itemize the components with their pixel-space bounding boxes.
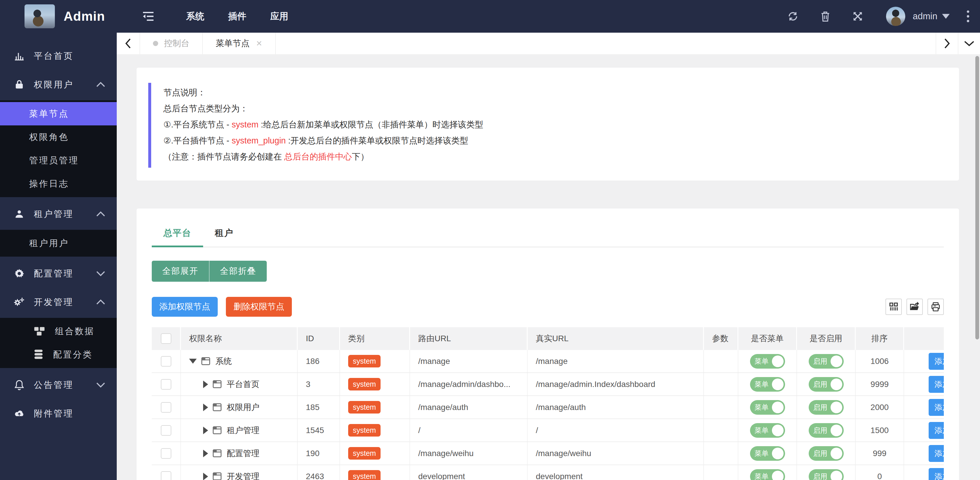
- toggle-knob: [772, 470, 784, 480]
- add-node-button[interactable]: 添加权限节点: [152, 297, 218, 317]
- notice-line-1: 节点说明：: [164, 85, 945, 101]
- is-menu-toggle[interactable]: 菜单: [750, 354, 785, 369]
- panel-tab-main-platform[interactable]: 总平台: [152, 222, 203, 247]
- username-label[interactable]: admin: [913, 11, 937, 22]
- panel-tab-tenant[interactable]: 租户: [203, 222, 245, 247]
- is-menu-toggle[interactable]: 菜单: [750, 400, 785, 415]
- type-cell: system: [340, 396, 410, 418]
- row-checkbox[interactable]: [161, 402, 171, 413]
- is-enabled-toggle[interactable]: 启用: [809, 469, 844, 480]
- is-enabled-toggle[interactable]: 启用: [809, 423, 844, 438]
- sidebar-item-auth-user[interactable]: 权限用户: [0, 73, 117, 96]
- tree-expand-icon[interactable]: [203, 473, 208, 480]
- tree-expand-icon[interactable]: [203, 450, 208, 457]
- app-logo: [24, 5, 55, 28]
- sidebar-item-admin-manage[interactable]: 管理员管理: [0, 149, 117, 172]
- add-child-button[interactable]: 添加下级: [929, 468, 944, 480]
- sidebar-item-tenant-user[interactable]: 租户用户: [0, 231, 117, 255]
- tree-expand-icon[interactable]: [203, 427, 208, 434]
- chevron-down-icon: [96, 382, 105, 388]
- sort-cell: 2000: [856, 396, 904, 418]
- tabs-scroll-right-icon[interactable]: [935, 33, 958, 54]
- clear-cache-icon[interactable]: [820, 11, 830, 22]
- sidebar-item-label: 组合数据: [55, 325, 95, 337]
- actions-cell: 添加下级: [904, 373, 944, 395]
- columns-toggle-icon[interactable]: [885, 299, 902, 315]
- user-menu-caret-icon[interactable]: [942, 14, 950, 19]
- param-cell: [704, 396, 738, 418]
- is-menu-toggle[interactable]: 菜单: [750, 377, 785, 392]
- more-options-icon[interactable]: [967, 10, 969, 22]
- is-enabled-toggle[interactable]: 启用: [809, 377, 844, 392]
- permission-name-cell: 开发管理: [181, 465, 298, 480]
- expand-controls: 全部展开 全部折叠: [152, 261, 944, 282]
- export-icon[interactable]: [907, 299, 923, 315]
- sidebar-item-config-manage[interactable]: 配置管理: [0, 262, 117, 285]
- is-menu-toggle[interactable]: 菜单: [750, 423, 785, 438]
- sidebar-item-auth-role[interactable]: 权限角色: [0, 125, 117, 149]
- tree-expand-icon[interactable]: [203, 404, 208, 411]
- sidebar-item-config-category[interactable]: 配置分类: [0, 343, 117, 366]
- add-child-button[interactable]: 添加下级: [929, 399, 944, 416]
- tabs-scroll-left-icon[interactable]: [117, 33, 140, 54]
- page-tab-menu-node[interactable]: 菜单节点✕: [203, 33, 276, 54]
- row-checkbox[interactable]: [161, 379, 171, 390]
- sidebar-item-label: 菜单节点: [29, 108, 69, 120]
- tree-collapse-icon[interactable]: [189, 359, 197, 364]
- menu-window-icon: [201, 357, 210, 365]
- add-child-button[interactable]: 添加下级: [929, 353, 944, 370]
- row-checkbox[interactable]: [161, 425, 171, 436]
- sidebar-submenu-tenant-manage: 租户用户: [0, 230, 117, 257]
- top-menu-item-apps[interactable]: 应用: [270, 10, 288, 22]
- sidebar-item-label: 操作日志: [29, 178, 69, 190]
- sidebar-item-dev-manage[interactable]: 开发管理: [0, 290, 117, 314]
- user-avatar[interactable]: [886, 7, 905, 26]
- is-menu-toggle[interactable]: 菜单: [750, 446, 785, 461]
- page-tab-console[interactable]: 控制台: [140, 33, 203, 54]
- top-menu-item-system[interactable]: 系统: [186, 10, 204, 22]
- row-checkbox[interactable]: [161, 471, 171, 480]
- sidebar-collapse-icon[interactable]: [142, 11, 154, 22]
- is-enabled-toggle[interactable]: 启用: [809, 400, 844, 415]
- tab-close-icon[interactable]: ✕: [256, 39, 262, 48]
- column-header: 真实URL: [528, 327, 704, 350]
- sidebar-item-tenant-manage[interactable]: 租户管理: [0, 203, 117, 226]
- permission-name: 系统: [215, 356, 232, 367]
- select-all-checkbox[interactable]: [161, 333, 171, 344]
- toggle-knob: [830, 402, 842, 413]
- collapse-all-button[interactable]: 全部折叠: [210, 261, 267, 282]
- refresh-icon[interactable]: [788, 11, 799, 22]
- tree-expand-icon[interactable]: [203, 380, 208, 388]
- expand-all-button[interactable]: 全部展开: [152, 261, 210, 282]
- delete-node-button[interactable]: 删除权限节点: [226, 297, 292, 317]
- add-child-button[interactable]: 添加下级: [929, 445, 944, 462]
- column-header: 排序: [856, 327, 904, 350]
- page-content: 节点说明：总后台节点类型分为：①.平台系统节点 - system :给总后台新加…: [117, 54, 980, 480]
- print-icon[interactable]: [928, 299, 944, 315]
- sidebar-item-menu-node[interactable]: 菜单节点: [0, 102, 117, 125]
- sidebar-item-platform-home[interactable]: 平台首页: [0, 44, 117, 68]
- fullscreen-icon[interactable]: [852, 11, 863, 22]
- add-child-button[interactable]: 添加下级: [929, 422, 944, 439]
- chevron-up-icon: [96, 82, 105, 87]
- row-checkbox[interactable]: [161, 356, 171, 367]
- sidebar-submenu-auth-user: 菜单节点权限角色管理员管理操作日志: [0, 100, 117, 197]
- is-menu-toggle[interactable]: 菜单: [750, 469, 785, 480]
- is-enabled-toggle[interactable]: 启用: [809, 354, 844, 369]
- add-child-button[interactable]: 添加下级: [929, 376, 944, 393]
- sidebar-item-label: 开发管理: [34, 296, 73, 308]
- sidebar-item-notice-manage[interactable]: 公告管理: [0, 373, 117, 397]
- permission-name: 平台首页: [227, 379, 259, 390]
- toggle-label: 启用: [813, 472, 827, 480]
- sort-cell: 9999: [856, 373, 904, 395]
- is-enabled-toggle[interactable]: 启用: [809, 446, 844, 461]
- top-menu-item-plugins[interactable]: 插件: [228, 10, 246, 22]
- page-scrollbar[interactable]: [975, 56, 979, 339]
- sidebar-item-op-log[interactable]: 操作日志: [0, 172, 117, 195]
- type-badge: system: [348, 401, 380, 413]
- lock-icon: [14, 79, 24, 90]
- sidebar-item-attachment-manage[interactable]: 附件管理: [0, 402, 117, 425]
- tabs-dropdown-icon[interactable]: [958, 33, 980, 54]
- row-checkbox[interactable]: [161, 448, 171, 459]
- sidebar-item-combo-data[interactable]: 组合数据: [0, 320, 117, 343]
